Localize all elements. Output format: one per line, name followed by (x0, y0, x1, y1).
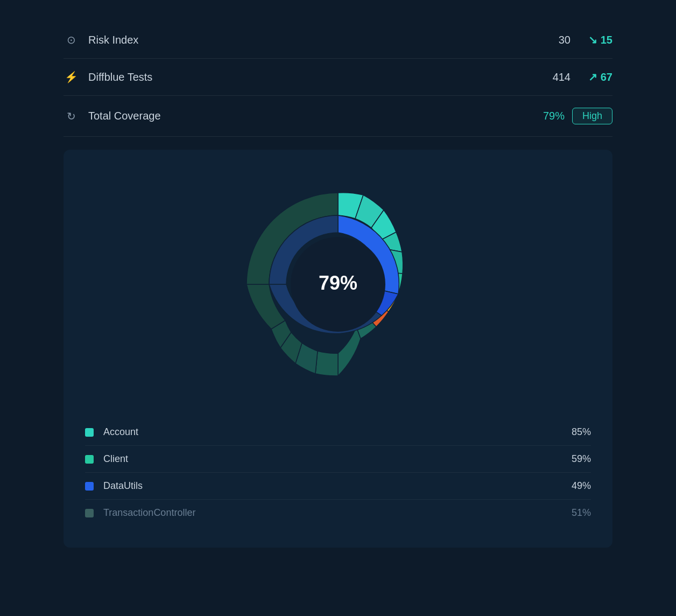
diffblue-tests-change: ↗ 67 (580, 71, 612, 83)
risk-index-icon: ⊙ (64, 33, 79, 46)
diffblue-tests-label: Diffblue Tests (88, 71, 553, 83)
risk-index-label: Risk Index (88, 34, 559, 46)
legend-item-percentage: 59% (572, 453, 591, 465)
legend-item-name: DataUtils (103, 480, 572, 492)
total-coverage-icon: ↻ (64, 110, 79, 123)
diffblue-tests-row: ⚡ Diffblue Tests 414 ↗ 67 (64, 59, 612, 96)
legend-item: Client 59% (85, 446, 591, 473)
legend-item-percentage: 49% (572, 480, 591, 492)
donut-chart: 79% (225, 171, 451, 397)
legend-color-swatch (85, 455, 94, 464)
risk-index-change: ↘ 15 (580, 33, 612, 46)
legend-item-percentage: 51% (572, 507, 591, 519)
high-badge: High (572, 108, 612, 124)
legend-item: TransactionController 51% (85, 500, 591, 526)
donut-center-text: 79% (319, 272, 357, 294)
legend-item-percentage: 85% (572, 426, 591, 438)
total-coverage-row: ↻ Total Coverage 79% High (64, 96, 612, 137)
diffblue-tests-icon: ⚡ (64, 71, 79, 83)
legend-item-name: Client (103, 453, 572, 465)
donut-container: 79% (85, 171, 591, 397)
legend-list: Account 85% Client 59% DataUtils 49% Tra… (85, 419, 591, 526)
main-container: ⊙ Risk Index 30 ↘ 15 ⚡ Diffblue Tests 41… (42, 11, 634, 558)
legend-item-name: TransactionController (103, 507, 572, 519)
risk-index-row: ⊙ Risk Index 30 ↘ 15 (64, 22, 612, 59)
diffblue-tests-value: 414 (553, 71, 571, 83)
legend-color-swatch (85, 509, 94, 517)
risk-index-value: 30 (559, 34, 571, 46)
total-coverage-percentage: 79% (543, 110, 565, 122)
legend-color-swatch (85, 482, 94, 491)
legend-item-name: Account (103, 426, 572, 438)
legend-item: Account 85% (85, 419, 591, 446)
chart-card: 79% Account 85% Client 59% DataUtils 49%… (64, 150, 612, 548)
legend-color-swatch (85, 428, 94, 437)
total-coverage-label: Total Coverage (88, 110, 543, 122)
legend-item: DataUtils 49% (85, 473, 591, 500)
